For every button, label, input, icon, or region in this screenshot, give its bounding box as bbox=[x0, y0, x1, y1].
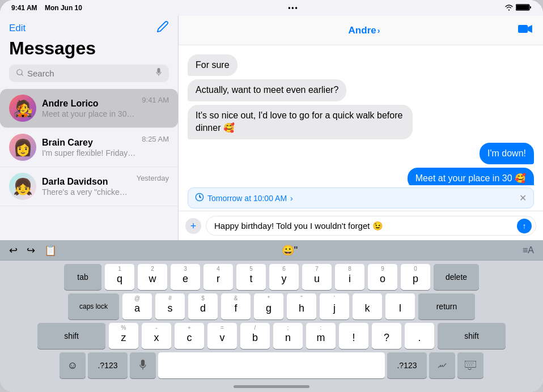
bubble-sent-2: Meet at your place in 30 🥰 bbox=[408, 168, 534, 185]
o-key[interactable]: 9o bbox=[368, 264, 397, 290]
search-input[interactable] bbox=[27, 69, 152, 78]
scheduled-chevron-icon: › bbox=[290, 194, 293, 203]
u-key[interactable]: 7u bbox=[302, 264, 332, 290]
conversation-item-brain[interactable]: 👩 Brain Carey I'm super flexible! Friday… bbox=[0, 128, 178, 167]
j-key[interactable]: 'j bbox=[320, 293, 349, 319]
right-shift-key[interactable]: shift bbox=[438, 323, 506, 349]
t-key[interactable]: 5t bbox=[236, 264, 266, 290]
conversation-name-brain: Brain Carey bbox=[42, 138, 136, 148]
edit-button[interactable]: Edit bbox=[9, 23, 26, 34]
conversation-time-darla: Yesterday bbox=[137, 173, 169, 182]
emoji-toolbar-icon[interactable]: 😀" bbox=[282, 245, 298, 256]
g-key[interactable]: *g bbox=[254, 293, 283, 319]
conversation-list: 🧑‍🎤 Andre Lorico Meet at your place in 3… bbox=[0, 89, 178, 240]
bubble-received-3: It's so nice out, I'd love to go for a q… bbox=[188, 105, 413, 139]
chat-header-center[interactable]: Andre › bbox=[349, 25, 380, 36]
mic-icon bbox=[155, 68, 162, 79]
bubble-received-1: For sure bbox=[188, 54, 237, 76]
space-key[interactable] bbox=[158, 352, 385, 378]
send-icon: ↑ bbox=[523, 221, 527, 231]
x-key[interactable]: -x bbox=[142, 323, 171, 349]
undo-icon[interactable]: ↩ bbox=[9, 244, 18, 257]
text-size-icon[interactable]: ≡A bbox=[523, 245, 534, 255]
keyboard-dismiss-key[interactable] bbox=[457, 352, 483, 378]
n-key[interactable]: ;n bbox=[273, 323, 303, 349]
conversation-name-andre: Andre Lorico bbox=[42, 99, 136, 109]
keyboard-toolbar-center: 😀" bbox=[282, 244, 298, 257]
send-button[interactable]: ↑ bbox=[517, 219, 532, 233]
conversation-body-brain: Brain Carey I'm super flexible! Friday a… bbox=[42, 138, 136, 157]
m-key[interactable]: :m bbox=[306, 323, 336, 349]
b-key[interactable]: /b bbox=[240, 323, 270, 349]
left-shift-key[interactable]: shift bbox=[37, 323, 105, 349]
chat-panel: Andre › For sure Actually, want to meet … bbox=[179, 16, 543, 240]
y-key[interactable]: 6y bbox=[269, 264, 299, 290]
conversation-item-darla[interactable]: 👧 Darla Davidson There's a very "chicken… bbox=[0, 167, 178, 206]
avatar-andre: 🧑‍🎤 bbox=[9, 95, 36, 122]
p-key[interactable]: 0p bbox=[401, 264, 430, 290]
status-indicators bbox=[504, 3, 532, 13]
message-meet-earlier: Actually, want to meet even earlier? bbox=[188, 79, 534, 101]
return-key[interactable]: return bbox=[418, 293, 475, 319]
s-key[interactable]: #s bbox=[155, 293, 185, 319]
question-key[interactable]: ? bbox=[372, 323, 401, 349]
clipboard-icon[interactable]: 📋 bbox=[44, 244, 57, 257]
battery-icon bbox=[516, 3, 532, 13]
ipad-frame: 9:41 AM Mon Jun 10 ••• Edit bbox=[0, 0, 543, 392]
period-key[interactable]: . bbox=[405, 323, 434, 349]
svg-rect-1 bbox=[516, 5, 529, 10]
conversation-preview-brain: I'm super flexible! Friday afternoon or … bbox=[42, 148, 136, 157]
compose-button[interactable] bbox=[156, 20, 169, 36]
numbers-key-left[interactable]: .?123 bbox=[88, 352, 128, 378]
z-key[interactable]: %z bbox=[109, 323, 138, 349]
contact-chevron-icon: › bbox=[377, 26, 380, 35]
delete-key[interactable]: delete bbox=[434, 264, 479, 290]
conversation-name-darla: Darla Davidson bbox=[42, 177, 131, 187]
search-bar[interactable] bbox=[9, 65, 169, 82]
tab-key[interactable]: tab bbox=[64, 264, 101, 290]
l-key[interactable]: l bbox=[385, 293, 415, 319]
numbers-key-right[interactable]: .?123 bbox=[387, 352, 427, 378]
a-key[interactable]: @a bbox=[122, 293, 152, 319]
mic-key[interactable] bbox=[130, 352, 156, 378]
r-key[interactable]: 4r bbox=[203, 264, 233, 290]
scribble-key[interactable] bbox=[429, 352, 455, 378]
avatar-darla: 👧 bbox=[9, 173, 36, 200]
messages-header-top: Edit bbox=[9, 20, 169, 36]
conversation-time-andre: 9:41 AM bbox=[142, 95, 169, 104]
redo-icon[interactable]: ↪ bbox=[27, 244, 35, 257]
emoji-key[interactable]: ☺ bbox=[60, 352, 86, 378]
e-key[interactable]: 3e bbox=[171, 264, 200, 290]
c-key[interactable]: +c bbox=[175, 323, 204, 349]
v-key[interactable]: =v bbox=[207, 323, 237, 349]
message-nice-out: It's so nice out, I'd love to go for a q… bbox=[188, 105, 534, 139]
i-key[interactable]: 8i bbox=[335, 264, 364, 290]
keyboard-row-3: shift %z -x +c =v /b ;n :m ! ? . shift bbox=[2, 323, 541, 349]
scheduled-content[interactable]: Tomorrow at 10:00 AM › bbox=[195, 193, 293, 203]
input-wrapper: ↑ bbox=[206, 216, 536, 236]
messages-title: Messages bbox=[9, 38, 169, 59]
f-key[interactable]: &f bbox=[221, 293, 251, 319]
keyboard-row-2: caps lock @a #s $d &f *g "h 'j k l retur… bbox=[2, 293, 541, 319]
scheduled-clock-icon bbox=[195, 193, 204, 203]
home-bar bbox=[234, 385, 309, 388]
add-attachment-button[interactable]: + bbox=[185, 218, 201, 234]
q-key[interactable]: 1q bbox=[105, 264, 134, 290]
plus-icon: + bbox=[190, 221, 197, 231]
h-key[interactable]: "h bbox=[287, 293, 316, 319]
w-key[interactable]: 2w bbox=[138, 264, 167, 290]
svg-rect-4 bbox=[158, 68, 160, 73]
message-input[interactable] bbox=[206, 216, 536, 236]
chat-messages: For sure Actually, want to meet even ear… bbox=[179, 45, 543, 185]
conversation-item-andre[interactable]: 🧑‍🎤 Andre Lorico Meet at your place in 3… bbox=[0, 89, 178, 128]
caps-lock-key[interactable]: caps lock bbox=[68, 293, 119, 319]
video-call-button[interactable] bbox=[518, 23, 534, 37]
keyboard-area: ↩ ↪ 📋 😀" ≡A tab 1q 2w 3e 4r 5t 6y 7u bbox=[0, 240, 543, 392]
svg-rect-10 bbox=[465, 361, 476, 367]
k-key[interactable]: k bbox=[353, 293, 382, 319]
main-content: Edit Messages bbox=[0, 16, 543, 240]
messages-panel: Edit Messages bbox=[0, 16, 179, 240]
exclaim-key[interactable]: ! bbox=[339, 323, 368, 349]
d-key[interactable]: $d bbox=[188, 293, 218, 319]
scheduled-close-button[interactable]: ✕ bbox=[519, 193, 527, 203]
